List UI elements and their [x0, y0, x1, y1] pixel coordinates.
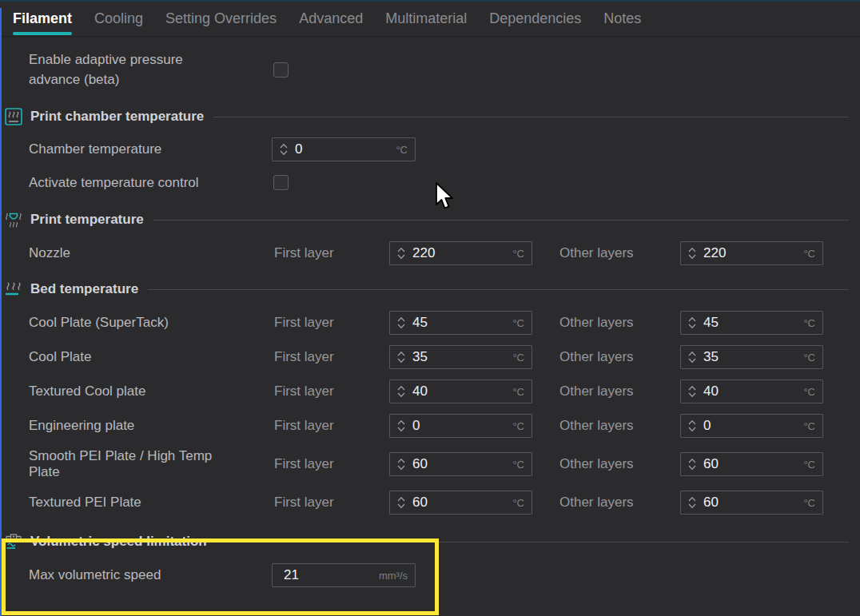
spinner-arrows-icon[interactable] — [396, 418, 406, 434]
chamber-temperature-input[interactable]: 0 °C — [272, 137, 416, 161]
other-layers-value[interactable]: 35 — [703, 349, 803, 365]
other-layers-input[interactable]: 60 °C — [680, 452, 823, 476]
unit-label: °C — [512, 420, 524, 432]
unit-label: °C — [803, 352, 815, 364]
other-layers-input[interactable]: 60 °C — [680, 491, 823, 515]
tab-advanced[interactable]: Advanced — [299, 2, 363, 36]
first-layer-value[interactable]: 0 — [412, 418, 512, 434]
nozzle-first-layer-input[interactable]: 220 °C — [389, 241, 532, 265]
plate-label: Textured Cool plate — [29, 384, 274, 399]
first-layer-value[interactable]: 45 — [412, 315, 512, 331]
other-layers-value[interactable]: 40 — [703, 384, 803, 399]
spinner-arrows-icon[interactable] — [396, 315, 406, 331]
first-layer-input[interactable]: 60 °C — [389, 491, 532, 515]
other-layers-input[interactable]: 0 °C — [680, 414, 823, 438]
tab-notes[interactable]: Notes — [603, 2, 641, 36]
section-print-temperature: Print temperature — [5, 209, 860, 231]
first-layer-label: First layer — [274, 495, 389, 511]
tab-dependencies[interactable]: Dependencies — [489, 2, 581, 36]
first-layer-input[interactable]: 45 °C — [389, 311, 532, 335]
section-title: Bed temperature — [30, 281, 138, 297]
activate-temperature-control-label: Activate temperature control — [29, 173, 229, 193]
chamber-heat-icon — [5, 108, 22, 125]
activate-temperature-control-checkbox[interactable] — [273, 175, 289, 190]
nozzle-other-layers-input[interactable]: 220 °C — [680, 241, 823, 265]
spinner-arrows-icon[interactable] — [279, 141, 289, 157]
first-layer-input[interactable]: 60 °C — [389, 452, 532, 476]
nozzle-heat-icon — [5, 211, 22, 229]
nozzle-temperature-row: Nozzle First layer 220 °C Other layers 2… — [29, 241, 860, 265]
section-divider — [148, 289, 849, 290]
unit-label: °C — [803, 459, 815, 471]
section-title: Print chamber temperature — [30, 109, 204, 125]
other-layers-value[interactable]: 45 — [703, 315, 803, 331]
max-volumetric-speed-label: Max volumetric speed — [29, 567, 272, 583]
tab-filament[interactable]: Filament — [13, 2, 72, 36]
spinner-arrows-icon[interactable] — [687, 349, 697, 365]
other-layers-value[interactable]: 60 — [703, 456, 803, 472]
filament-settings-panel: Enable adaptive pressure advance (beta) … — [0, 50, 860, 587]
other-layers-input[interactable]: 40 °C — [680, 380, 823, 403]
max-volumetric-speed-value[interactable]: 21 — [284, 567, 379, 583]
unit-label: °C — [512, 459, 524, 471]
plate-label: Engineering plate — [29, 418, 274, 434]
max-volumetric-speed-row: Max volumetric speed 21 mm³/s — [29, 563, 860, 587]
spinner-arrows-icon[interactable] — [687, 245, 697, 261]
first-layer-value[interactable]: 60 — [412, 456, 512, 472]
other-layers-label: Other layers — [532, 384, 680, 399]
first-layer-input[interactable]: 0 °C — [389, 414, 532, 438]
spinner-arrows-icon[interactable] — [396, 456, 406, 472]
first-layer-value[interactable]: 35 — [412, 349, 512, 365]
spinner-arrows-icon[interactable] — [396, 245, 406, 261]
bed-row-textured-cool-plate: Textured Cool plate First layer 40 °C Ot… — [29, 380, 860, 403]
other-layers-label: Other layers — [532, 315, 680, 331]
bed-row-cool-plate: Cool Plate First layer 35 °C Other layer… — [29, 345, 860, 369]
first-layer-label: First layer — [274, 245, 389, 261]
first-layer-label: First layer — [274, 418, 389, 434]
bed-row-cool-plate-supertack: Cool Plate (SuperTack) First layer 45 °C… — [29, 311, 860, 335]
unit-label: °C — [803, 317, 815, 329]
section-title: Volumetric speed limitation — [30, 534, 207, 550]
unit-label: °C — [803, 497, 815, 509]
chamber-temperature-row: Chamber temperature 0 °C — [29, 137, 860, 161]
spinner-arrows-icon[interactable] — [687, 418, 697, 434]
section-bed-temperature: Bed temperature — [5, 278, 860, 300]
nozzle-other-layers-value[interactable]: 220 — [703, 245, 803, 261]
other-layers-input[interactable]: 45 °C — [680, 311, 823, 335]
spinner-arrows-icon[interactable] — [687, 495, 697, 511]
adaptive-pressure-advance-checkbox[interactable] — [273, 62, 289, 77]
first-layer-value[interactable]: 60 — [412, 495, 512, 511]
max-volumetric-speed-input[interactable]: 21 mm³/s — [272, 563, 416, 587]
spinner-arrows-icon[interactable] — [396, 495, 406, 511]
unit-label: °C — [512, 317, 524, 329]
spinner-arrows-icon[interactable] — [687, 384, 697, 399]
section-divider — [217, 542, 849, 542]
spinner-arrows-icon[interactable] — [687, 456, 697, 472]
first-layer-value[interactable]: 40 — [412, 384, 512, 399]
spinner-arrows-icon[interactable] — [396, 349, 406, 365]
spinner-arrows-icon[interactable] — [396, 384, 406, 399]
first-layer-input[interactable]: 40 °C — [389, 380, 532, 403]
extruder-flow-icon — [5, 533, 22, 550]
section-divider — [213, 117, 849, 117]
settings-tab-bar: Filament Cooling Setting Overrides Advan… — [0, 2, 860, 37]
other-layers-label: Other layers — [532, 456, 680, 472]
spinner-arrows-icon[interactable] — [687, 315, 697, 331]
nozzle-first-layer-value[interactable]: 220 — [412, 245, 512, 261]
other-layers-value[interactable]: 60 — [703, 495, 803, 511]
other-layers-label: Other layers — [532, 245, 680, 261]
unit-label: °C — [803, 248, 815, 260]
first-layer-input[interactable]: 35 °C — [389, 345, 532, 369]
tab-cooling[interactable]: Cooling — [94, 2, 143, 36]
other-layers-input[interactable]: 35 °C — [680, 345, 823, 369]
plate-label: Smooth PEI Plate / High Temp Plate — [29, 448, 229, 480]
tab-setting-overrides[interactable]: Setting Overrides — [165, 2, 277, 36]
tab-multimaterial[interactable]: Multimaterial — [385, 2, 467, 36]
first-layer-label: First layer — [274, 456, 389, 472]
section-title: Print temperature — [30, 212, 144, 228]
chamber-temperature-value[interactable]: 0 — [295, 141, 396, 157]
section-divider — [153, 220, 849, 221]
other-layers-label: Other layers — [532, 495, 680, 511]
chamber-temperature-label: Chamber temperature — [29, 141, 272, 157]
other-layers-value[interactable]: 0 — [703, 418, 803, 434]
